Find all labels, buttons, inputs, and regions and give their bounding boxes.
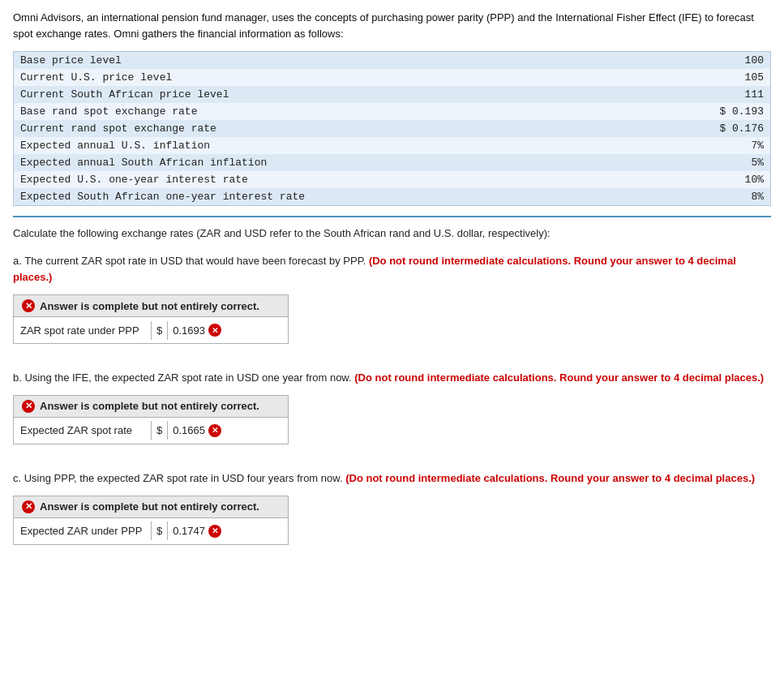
x-badge-b[interactable]: ✕ bbox=[208, 424, 221, 437]
row-label: Expected U.S. one-year interest rate bbox=[14, 171, 544, 188]
question-a-bold: (Do not round intermediate calculations.… bbox=[13, 255, 736, 284]
answer-status-b: Answer is complete but not entirely corr… bbox=[40, 400, 259, 412]
row-label: Expected annual South African inflation bbox=[14, 154, 544, 171]
intro-paragraph: Omni Advisors, an international pension … bbox=[13, 10, 771, 41]
row-value: $ 0.176 bbox=[543, 120, 770, 137]
answer-header-b: ✕ Answer is complete but not entirely co… bbox=[14, 396, 288, 418]
value-text-b: 0.1665 bbox=[173, 424, 205, 436]
question-c: c. Using PPP, the expected ZAR spot rate… bbox=[13, 470, 771, 552]
currency-c: $ bbox=[152, 522, 168, 540]
answer-row-b: Expected ZAR spot rate $ 0.1665 ✕ bbox=[14, 418, 288, 444]
error-icon-b: ✕ bbox=[22, 400, 35, 413]
value-input-c[interactable]: 0.1747 ✕ bbox=[168, 522, 226, 541]
value-text-c: 0.1747 bbox=[173, 525, 205, 537]
table-row: Expected annual U.S. inflation 7% bbox=[14, 137, 771, 154]
table-row: Current rand spot exchange rate $ 0.176 bbox=[14, 120, 771, 137]
row-value: 8% bbox=[543, 188, 770, 206]
error-icon-c: ✕ bbox=[22, 500, 35, 513]
row-label: Base price level bbox=[14, 52, 544, 70]
row-value: 10% bbox=[543, 171, 770, 188]
answer-row-c: Expected ZAR under PPP $ 0.1747 ✕ bbox=[14, 518, 288, 544]
row-label: Base rand spot exchange rate bbox=[14, 103, 544, 120]
row-value: 111 bbox=[543, 86, 770, 103]
question-c-bold: (Do not round intermediate calculations.… bbox=[345, 472, 755, 484]
table-row: Base rand spot exchange rate $ 0.193 bbox=[14, 103, 771, 120]
question-c-text: c. Using PPP, the expected ZAR spot rate… bbox=[13, 472, 755, 484]
x-badge-a[interactable]: ✕ bbox=[208, 324, 221, 337]
row-value: 7% bbox=[543, 137, 770, 154]
answer-box-a: ✕ Answer is complete but not entirely co… bbox=[13, 294, 289, 344]
row-value: 100 bbox=[543, 52, 770, 70]
field-label-b: Expected ZAR spot rate bbox=[14, 421, 152, 440]
row-label: Expected annual U.S. inflation bbox=[14, 137, 544, 154]
value-input-a[interactable]: 0.1693 ✕ bbox=[168, 320, 226, 340]
value-input-b[interactable]: 0.1665 ✕ bbox=[168, 421, 226, 440]
row-label: Current U.S. price level bbox=[14, 69, 544, 86]
field-label-c: Expected ZAR under PPP bbox=[14, 522, 152, 540]
answer-header-a: ✕ Answer is complete but not entirely co… bbox=[14, 295, 288, 317]
answer-box-b: ✕ Answer is complete but not entirely co… bbox=[13, 395, 289, 444]
row-value: $ 0.193 bbox=[543, 103, 770, 120]
answer-box-c: ✕ Answer is complete but not entirely co… bbox=[13, 496, 289, 545]
question-b: b. Using the IFE, the expected ZAR spot … bbox=[13, 370, 771, 451]
answer-header-c: ✕ Answer is complete but not entirely co… bbox=[14, 496, 288, 518]
table-row: Expected annual South African inflation … bbox=[14, 154, 771, 171]
table-row: Current South African price level 111 bbox=[14, 86, 771, 103]
currency-a: $ bbox=[152, 321, 168, 340]
row-value: 105 bbox=[543, 69, 770, 86]
currency-b: $ bbox=[152, 421, 168, 440]
table-row: Base price level 100 bbox=[14, 52, 771, 70]
calc-intro-text: Calculate the following exchange rates (… bbox=[13, 225, 771, 242]
question-a: a. The current ZAR spot rate in USD that… bbox=[13, 253, 771, 351]
row-label: Current rand spot exchange rate bbox=[14, 120, 544, 137]
value-text-a: 0.1693 bbox=[173, 324, 205, 337]
field-label-a: ZAR spot rate under PPP bbox=[14, 321, 152, 340]
x-badge-c[interactable]: ✕ bbox=[208, 525, 221, 538]
answer-status-a: Answer is complete but not entirely corr… bbox=[40, 300, 259, 312]
question-b-bold: (Do not round intermediate calculations.… bbox=[354, 371, 764, 384]
question-b-label: b. Using the IFE, the expected ZAR spot … bbox=[13, 370, 771, 387]
divider bbox=[13, 216, 771, 217]
answer-status-c: Answer is complete but not entirely corr… bbox=[40, 500, 259, 513]
calc-intro-span: Calculate the following exchange rates (… bbox=[13, 227, 551, 239]
row-label: Current South African price level bbox=[14, 86, 544, 103]
answer-row-a: ZAR spot rate under PPP $ 0.1693 ✕ bbox=[14, 317, 288, 343]
error-icon-a: ✕ bbox=[22, 299, 35, 312]
financial-data-table: Base price level 100 Current U.S. price … bbox=[13, 51, 771, 206]
intro-text: Omni Advisors, an international pension … bbox=[13, 11, 754, 40]
table-row: Expected South African one-year interest… bbox=[14, 188, 771, 206]
row-value: 5% bbox=[543, 154, 770, 171]
question-a-label: a. The current ZAR spot rate in USD that… bbox=[13, 253, 771, 287]
question-c-label: c. Using PPP, the expected ZAR spot rate… bbox=[13, 470, 771, 487]
row-label: Expected South African one-year interest… bbox=[14, 188, 544, 206]
table-row: Expected U.S. one-year interest rate 10% bbox=[14, 171, 771, 188]
question-b-text: b. Using the IFE, the expected ZAR spot … bbox=[13, 371, 764, 384]
table-row: Current U.S. price level 105 bbox=[14, 69, 771, 86]
question-a-text: a. The current ZAR spot rate in USD that… bbox=[13, 255, 736, 284]
